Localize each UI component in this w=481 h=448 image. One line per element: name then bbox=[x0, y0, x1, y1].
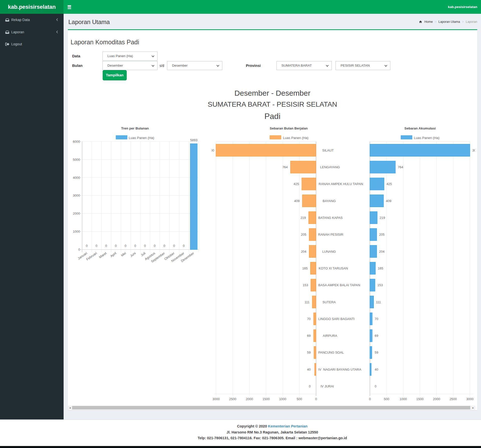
svg-text:0: 0 bbox=[183, 244, 185, 248]
svg-text:IV JURAI: IV JURAI bbox=[320, 384, 334, 388]
svg-text:Tren per Bulanan: Tren per Bulanan bbox=[121, 126, 149, 130]
svg-text:3000: 3000 bbox=[212, 148, 214, 152]
svg-text:0: 0 bbox=[125, 244, 126, 248]
svg-text:Februari: Februari bbox=[86, 251, 98, 261]
svg-text:764: 764 bbox=[398, 165, 403, 169]
svg-text:40: 40 bbox=[307, 368, 310, 371]
svg-text:204: 204 bbox=[301, 250, 306, 253]
svg-text:3000: 3000 bbox=[472, 148, 475, 152]
svg-text:111: 111 bbox=[304, 300, 309, 304]
svg-text:2500: 2500 bbox=[229, 397, 236, 401]
svg-text:BATANG KAPAS: BATANG KAPAS bbox=[318, 216, 343, 220]
svg-text:0: 0 bbox=[144, 244, 146, 248]
svg-text:0: 0 bbox=[315, 397, 317, 401]
svg-text:165: 165 bbox=[378, 266, 383, 270]
svg-text:LUNANG: LUNANG bbox=[322, 250, 336, 253]
svg-text:Luas Panen (Ha): Luas Panen (Ha) bbox=[129, 136, 154, 140]
svg-text:5000: 5000 bbox=[73, 158, 80, 162]
svg-text:KOTO XI TARUSAN: KOTO XI TARUSAN bbox=[319, 266, 348, 270]
svg-text:70: 70 bbox=[307, 317, 310, 321]
svg-text:0: 0 bbox=[134, 244, 136, 248]
svg-text:0: 0 bbox=[164, 244, 165, 248]
svg-text:3000: 3000 bbox=[466, 397, 473, 401]
svg-text:1000: 1000 bbox=[400, 397, 407, 401]
svg-text:RANAH AMPEK HULU TAPAN: RANAH AMPEK HULU TAPAN bbox=[319, 182, 363, 186]
svg-text:IV NAGARI BAYANG UTARA: IV NAGARI BAYANG UTARA bbox=[318, 368, 361, 371]
svg-text:1500: 1500 bbox=[416, 397, 424, 401]
svg-text:205: 205 bbox=[301, 233, 306, 236]
svg-text:1000: 1000 bbox=[279, 397, 286, 401]
svg-text:Luas Panen (Ha): Luas Panen (Ha) bbox=[414, 136, 439, 140]
svg-text:SILAUT: SILAUT bbox=[322, 148, 334, 152]
svg-text:1000: 1000 bbox=[73, 230, 80, 233]
svg-text:425: 425 bbox=[386, 182, 392, 186]
svg-text:LINGGO SARI BAGANTI: LINGGO SARI BAGANTI bbox=[318, 317, 355, 321]
svg-text:0: 0 bbox=[309, 384, 311, 388]
svg-text:153: 153 bbox=[303, 283, 308, 287]
svg-text:409: 409 bbox=[386, 199, 391, 203]
svg-text:4000: 4000 bbox=[73, 176, 80, 180]
svg-text:6000: 6000 bbox=[73, 140, 80, 143]
svg-text:0: 0 bbox=[375, 384, 376, 388]
svg-text:69: 69 bbox=[307, 334, 310, 338]
svg-text:2000: 2000 bbox=[246, 397, 253, 401]
svg-text:2000: 2000 bbox=[73, 212, 80, 215]
svg-text:59: 59 bbox=[375, 351, 378, 354]
svg-text:425: 425 bbox=[293, 182, 299, 186]
svg-text:5893: 5893 bbox=[190, 138, 197, 142]
svg-text:Sebaran Akumulasi: Sebaran Akumulasi bbox=[404, 126, 436, 130]
svg-text:Luas Panen (Ha): Luas Panen (Ha) bbox=[283, 136, 308, 140]
svg-text:LENGAYANG: LENGAYANG bbox=[320, 165, 340, 169]
svg-text:219: 219 bbox=[380, 216, 385, 220]
svg-text:3000: 3000 bbox=[73, 194, 80, 197]
svg-text:0: 0 bbox=[86, 244, 88, 248]
svg-text:AIRPURA: AIRPURA bbox=[323, 334, 337, 338]
svg-text:0: 0 bbox=[115, 244, 117, 248]
svg-text:0: 0 bbox=[173, 244, 175, 248]
svg-text:204: 204 bbox=[379, 250, 385, 253]
svg-text:Sebaran Bulan Berjalan: Sebaran Bulan Berjalan bbox=[270, 126, 308, 130]
svg-text:500: 500 bbox=[384, 397, 389, 401]
svg-text:0: 0 bbox=[78, 248, 80, 251]
svg-text:PANCUNG SOAL: PANCUNG SOAL bbox=[318, 351, 344, 354]
svg-text:April: April bbox=[109, 251, 117, 258]
svg-text:205: 205 bbox=[379, 233, 385, 236]
svg-text:Juli: Juli bbox=[140, 251, 146, 257]
svg-text:69: 69 bbox=[375, 334, 378, 338]
svg-text:2500: 2500 bbox=[450, 397, 457, 401]
svg-text:0: 0 bbox=[369, 397, 371, 401]
svg-text:3000: 3000 bbox=[212, 397, 220, 401]
svg-text:Juni: Juni bbox=[129, 251, 136, 258]
svg-text:SUTERA: SUTERA bbox=[323, 300, 336, 304]
svg-text:70: 70 bbox=[375, 317, 378, 321]
svg-text:0: 0 bbox=[95, 244, 97, 248]
svg-text:500: 500 bbox=[297, 397, 302, 401]
svg-text:BASA AMPEK BALAI TAPAN: BASA AMPEK BALAI TAPAN bbox=[318, 283, 360, 287]
svg-text:RANAH PESISIR: RANAH PESISIR bbox=[318, 233, 343, 236]
svg-text:59: 59 bbox=[307, 351, 310, 354]
svg-text:0: 0 bbox=[105, 244, 107, 248]
svg-text:1500: 1500 bbox=[262, 397, 270, 401]
svg-text:165: 165 bbox=[302, 266, 308, 270]
svg-text:Maret: Maret bbox=[98, 251, 107, 259]
svg-text:BAYANG: BAYANG bbox=[323, 199, 336, 203]
svg-text:2000: 2000 bbox=[433, 397, 440, 401]
svg-text:40: 40 bbox=[375, 368, 378, 371]
svg-text:111: 111 bbox=[376, 300, 381, 304]
svg-text:153: 153 bbox=[377, 283, 383, 287]
svg-text:Mei: Mei bbox=[120, 251, 127, 257]
svg-text:219: 219 bbox=[300, 216, 306, 220]
svg-text:764: 764 bbox=[282, 165, 288, 169]
svg-text:0: 0 bbox=[154, 244, 155, 248]
svg-text:409: 409 bbox=[294, 199, 300, 203]
